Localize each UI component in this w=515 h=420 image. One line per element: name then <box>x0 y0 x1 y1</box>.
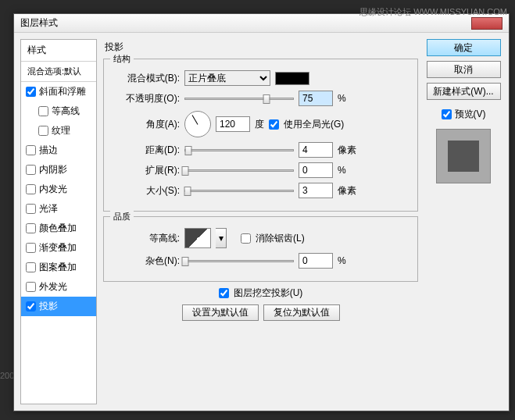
style-item-8[interactable]: 渐变叠加 <box>21 238 96 258</box>
quality-title: 品质 <box>110 211 134 222</box>
angle-unit: 度 <box>255 118 264 131</box>
cancel-button[interactable]: 取消 <box>427 61 501 78</box>
noise-slider[interactable] <box>184 260 294 262</box>
style-label: 投影 <box>39 300 58 313</box>
styles-panel: 样式 混合选项:默认 斜面和浮雕等高线纹理描边内阴影内发光光泽颜色叠加渐变叠加图… <box>20 39 97 404</box>
preview-label: 预览(V) <box>455 108 486 121</box>
ok-button[interactable]: 确定 <box>427 39 501 56</box>
angle-dial[interactable] <box>184 111 211 137</box>
style-label: 内发光 <box>39 183 67 196</box>
style-checkbox[interactable] <box>38 106 48 116</box>
global-light-checkbox[interactable] <box>269 119 279 130</box>
style-checkbox[interactable] <box>26 262 36 272</box>
style-item-7[interactable]: 颜色叠加 <box>21 219 96 238</box>
blend-mode-select[interactable]: 正片叠底 <box>184 70 270 86</box>
layer-style-dialog: 图层样式 样式 混合选项:默认 斜面和浮雕等高线纹理描边内阴影内发光光泽颜色叠加… <box>13 13 510 411</box>
style-label: 光泽 <box>39 202 58 215</box>
structure-title: 结构 <box>110 53 134 65</box>
quality-group: 品质 等高线: ▾ 消除锯齿(L) 杂色(N): % <box>103 216 418 282</box>
style-checkbox[interactable] <box>26 165 36 175</box>
new-style-button[interactable]: 新建样式(W)... <box>427 83 501 100</box>
style-label: 外发光 <box>39 280 67 294</box>
main-panel: 投影 结构 混合模式(B): 正片叠底 不透明度(O): % 角度(A): <box>103 39 418 404</box>
set-default-button[interactable]: 设置为默认值 <box>182 304 259 321</box>
style-checkbox[interactable] <box>26 243 36 253</box>
preview-checkbox[interactable] <box>442 109 452 119</box>
noise-unit: % <box>338 255 346 266</box>
right-panel: 确定 取消 新建样式(W)... 预览(V) <box>424 39 502 404</box>
style-item-1[interactable]: 等高线 <box>21 101 96 121</box>
spread-slider[interactable] <box>184 169 294 172</box>
style-item-6[interactable]: 光泽 <box>21 199 96 219</box>
preview-swatch <box>448 141 479 172</box>
spread-unit: % <box>338 165 346 176</box>
opacity-unit: % <box>338 93 346 104</box>
distance-slider[interactable] <box>184 149 294 151</box>
style-label: 描边 <box>39 144 58 157</box>
watermark-left: 200 <box>0 371 14 380</box>
angle-label: 角度(A): <box>113 118 180 131</box>
style-checkbox[interactable] <box>26 87 36 97</box>
style-checkbox[interactable] <box>26 184 36 194</box>
reset-default-button[interactable]: 复位为默认值 <box>263 304 340 321</box>
style-label: 纹理 <box>52 124 70 137</box>
distance-input[interactable] <box>299 142 333 158</box>
knockout-checkbox[interactable] <box>219 288 229 298</box>
distance-unit: 像素 <box>338 144 356 157</box>
style-checkbox[interactable] <box>26 145 36 155</box>
style-item-3[interactable]: 描边 <box>21 141 96 160</box>
contour-swatch[interactable] <box>184 228 211 248</box>
opacity-slider[interactable] <box>184 98 294 100</box>
style-label: 等高线 <box>52 105 80 118</box>
structure-group: 结构 混合模式(B): 正片叠底 不透明度(O): % 角度(A): 度 <box>103 59 418 212</box>
style-checkbox[interactable] <box>26 301 36 311</box>
styles-header[interactable]: 样式 <box>21 40 96 62</box>
opacity-input[interactable] <box>299 91 333 106</box>
contour-dropdown[interactable]: ▾ <box>216 228 227 248</box>
noise-input[interactable] <box>299 253 333 269</box>
style-item-9[interactable]: 图案叠加 <box>21 258 96 277</box>
style-checkbox[interactable] <box>26 282 36 292</box>
size-slider[interactable] <box>184 190 294 192</box>
dialog-title: 图层样式 <box>20 16 58 30</box>
style-label: 斜面和浮雕 <box>39 85 86 98</box>
watermark-top: 思缘设计论坛 WWW.MISSYUAN.COM <box>359 6 507 18</box>
style-label: 内阴影 <box>39 163 67 176</box>
size-label: 大小(S): <box>113 184 180 198</box>
size-unit: 像素 <box>338 184 356 198</box>
noise-label: 杂色(N): <box>113 254 180 268</box>
antialias-checkbox[interactable] <box>241 233 251 244</box>
style-checkbox[interactable] <box>26 204 36 214</box>
knockout-label: 图层挖空投影(U) <box>234 287 303 300</box>
angle-input[interactable] <box>216 116 250 132</box>
style-item-5[interactable]: 内发光 <box>21 180 96 199</box>
spread-input[interactable] <box>299 162 333 178</box>
spread-label: 扩展(R): <box>113 164 180 177</box>
style-label: 图案叠加 <box>39 261 77 274</box>
style-label: 渐变叠加 <box>39 241 77 254</box>
style-item-4[interactable]: 内阴影 <box>21 160 96 180</box>
style-item-0[interactable]: 斜面和浮雕 <box>21 82 96 101</box>
blend-options[interactable]: 混合选项:默认 <box>21 62 96 82</box>
style-checkbox[interactable] <box>38 126 48 136</box>
style-item-10[interactable]: 外发光 <box>21 277 96 297</box>
style-item-2[interactable]: 纹理 <box>21 121 96 141</box>
global-light-label: 使用全局光(G) <box>284 118 344 131</box>
antialias-label: 消除锯齿(L) <box>256 232 305 245</box>
size-input[interactable] <box>299 183 333 198</box>
opacity-label: 不透明度(O): <box>113 92 180 105</box>
preview-box <box>436 129 491 183</box>
style-item-11[interactable]: 投影 <box>21 297 96 316</box>
distance-label: 距离(D): <box>113 144 180 157</box>
contour-label: 等高线: <box>113 232 180 245</box>
preview-toggle[interactable]: 预览(V) <box>442 108 486 121</box>
blend-mode-label: 混合模式(B): <box>113 72 180 85</box>
effect-title: 投影 <box>103 39 418 59</box>
style-checkbox[interactable] <box>26 223 36 233</box>
style-label: 颜色叠加 <box>39 222 77 235</box>
shadow-color-swatch[interactable] <box>275 72 309 85</box>
close-button[interactable] <box>471 17 502 30</box>
